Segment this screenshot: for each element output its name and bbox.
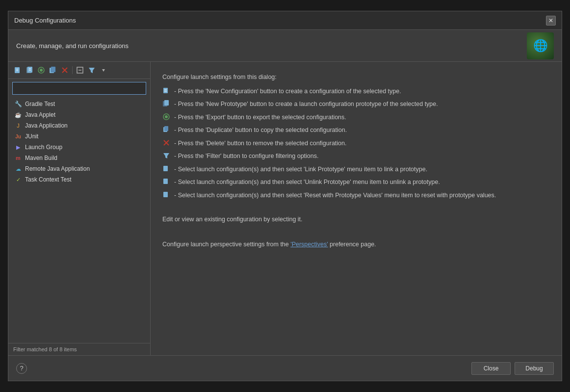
search-input[interactable] bbox=[12, 82, 146, 95]
new-config-button[interactable] bbox=[12, 65, 23, 76]
export-button[interactable] bbox=[36, 65, 47, 76]
tree-item-gradle-test[interactable]: 🔧 Gradle Test bbox=[8, 99, 150, 109]
bottom-bar: ? Close Debug bbox=[8, 355, 562, 381]
filter-button[interactable] bbox=[86, 65, 97, 76]
duplicate-instr-icon bbox=[162, 126, 170, 133]
filter-dropdown-button[interactable] bbox=[98, 65, 109, 76]
task-context-label: Task Context Test bbox=[25, 176, 72, 183]
remote-java-label: Remote Java Application bbox=[25, 165, 90, 172]
junit-icon: Ju bbox=[14, 132, 22, 140]
new-proto-instr-icon bbox=[162, 100, 170, 107]
left-panel: 🔧 Gradle Test ☕ Java Applet J Java Appli… bbox=[8, 62, 151, 355]
reset-proto-icon bbox=[162, 191, 170, 199]
svg-point-8 bbox=[40, 69, 43, 72]
svg-rect-10 bbox=[51, 67, 55, 72]
edit-view-text: Edit or view an existing configuration b… bbox=[162, 214, 550, 225]
instruction-unlink-proto: - Select launch configuration(s) and the… bbox=[162, 177, 550, 188]
instructions-intro: Configure launch settings from this dial… bbox=[162, 72, 550, 83]
new-config-instr-icon bbox=[162, 87, 170, 95]
delete-instr-icon bbox=[162, 139, 170, 147]
java-application-label: Java Application bbox=[25, 122, 68, 129]
perspective-text: Configure launch perspective settings fr… bbox=[162, 239, 550, 250]
new-proto-instr-text: - Press the 'New Prototype' button to cr… bbox=[174, 99, 438, 110]
tree-item-java-application[interactable]: J Java Application bbox=[8, 120, 150, 131]
toolbar-separator bbox=[72, 66, 73, 74]
bottom-buttons: Close Debug bbox=[471, 362, 554, 375]
link-proto-icon bbox=[162, 165, 170, 173]
filter-instr-icon bbox=[162, 152, 170, 159]
instruction-duplicate: - Press the 'Duplicate' button to copy t… bbox=[162, 125, 550, 136]
java-applet-label: Java Applet bbox=[25, 111, 55, 118]
svg-rect-0 bbox=[15, 67, 20, 73]
duplicate-button[interactable] bbox=[48, 65, 58, 76]
tree-list: 🔧 Gradle Test ☕ Java Applet J Java Appli… bbox=[8, 98, 150, 343]
perspective-suffix: preference page. bbox=[328, 241, 376, 248]
new-config-instr-text: - Press the 'New Configuration' button t… bbox=[174, 86, 401, 97]
svg-rect-21 bbox=[164, 100, 169, 105]
perspectives-link[interactable]: 'Perspectives' bbox=[290, 241, 328, 248]
filter-status: Filter matched 8 of 8 items bbox=[8, 343, 150, 355]
eclipse-logo: 🌐 bbox=[527, 32, 554, 59]
unlink-proto-icon bbox=[162, 178, 170, 185]
gradle-test-label: Gradle Test bbox=[25, 101, 55, 107]
tree-item-maven-build[interactable]: m Maven Build bbox=[8, 153, 150, 163]
svg-rect-31 bbox=[163, 192, 168, 197]
svg-rect-30 bbox=[163, 179, 168, 184]
tree-item-launch-group[interactable]: ▶ Launch Group bbox=[8, 142, 150, 153]
export-instr-icon bbox=[162, 113, 170, 121]
dialog-title: Debug Configurations bbox=[14, 17, 76, 24]
gradle-test-icon: 🔧 bbox=[14, 100, 22, 108]
svg-marker-28 bbox=[163, 153, 169, 158]
svg-rect-17 bbox=[163, 88, 168, 93]
export-instr-text: - Press the 'Export' button to export th… bbox=[174, 112, 346, 123]
svg-marker-16 bbox=[102, 69, 105, 72]
filter-status-text: Filter matched 8 of 8 items bbox=[13, 346, 77, 352]
collapse-button[interactable] bbox=[75, 65, 85, 76]
remote-java-icon: ☁ bbox=[14, 165, 22, 173]
tree-item-task-context[interactable]: ✓ Task Context Test bbox=[8, 174, 150, 185]
duplicate-instr-text: - Press the 'Duplicate' button to copy t… bbox=[174, 125, 347, 136]
reset-proto-text: - Select launch configuration(s) and the… bbox=[174, 190, 496, 201]
java-application-icon: J bbox=[14, 122, 22, 130]
title-bar: Debug Configurations ✕ bbox=[8, 11, 562, 30]
svg-marker-15 bbox=[89, 68, 95, 73]
instruction-new-config: - Press the 'New Configuration' button t… bbox=[162, 86, 550, 97]
instruction-reset-proto: - Select launch configuration(s) and the… bbox=[162, 190, 550, 201]
help-button[interactable]: ? bbox=[16, 363, 27, 374]
delete-button[interactable] bbox=[59, 65, 70, 76]
debug-configurations-dialog: Debug Configurations ✕ Create, manage, a… bbox=[8, 11, 562, 381]
right-panel: Configure launch settings from this dial… bbox=[151, 62, 562, 355]
toolbar bbox=[8, 62, 150, 79]
header-text: Create, manage, and run configurations bbox=[16, 42, 129, 50]
new-proto-button[interactable] bbox=[24, 65, 35, 76]
delete-instr-text: - Press the 'Delete' button to remove th… bbox=[174, 138, 347, 149]
header-area: Create, manage, and run configurations 🌐 bbox=[8, 30, 562, 62]
close-button[interactable]: Close bbox=[471, 362, 511, 375]
launch-group-icon: ▶ bbox=[14, 143, 22, 151]
perspective-prefix: Configure launch perspective settings fr… bbox=[162, 241, 290, 248]
task-context-icon: ✓ bbox=[14, 176, 22, 183]
maven-build-icon: m bbox=[14, 154, 22, 162]
link-proto-text: - Select launch configuration(s) and the… bbox=[174, 164, 427, 175]
unlink-proto-text: - Select launch configuration(s) and the… bbox=[174, 177, 440, 188]
svg-point-23 bbox=[165, 115, 168, 118]
junit-label: JUnit bbox=[25, 133, 38, 140]
launch-group-label: Launch Group bbox=[25, 144, 62, 151]
svg-rect-25 bbox=[164, 126, 168, 131]
title-close-button[interactable]: ✕ bbox=[546, 16, 556, 26]
main-content: 🔧 Gradle Test ☕ Java Applet J Java Appli… bbox=[8, 62, 562, 355]
tree-item-java-applet[interactable]: ☕ Java Applet bbox=[8, 109, 150, 120]
instruction-new-proto: - Press the 'New Prototype' button to cr… bbox=[162, 99, 550, 110]
tree-item-remote-java[interactable]: ☁ Remote Java Application bbox=[8, 163, 150, 174]
maven-build-label: Maven Build bbox=[25, 155, 57, 161]
debug-button[interactable]: Debug bbox=[515, 362, 554, 375]
instruction-export: - Press the 'Export' button to export th… bbox=[162, 112, 550, 123]
svg-rect-29 bbox=[163, 166, 168, 171]
svg-rect-4 bbox=[27, 67, 32, 73]
java-applet-icon: ☕ bbox=[14, 111, 22, 119]
instruction-link-proto: - Select launch configuration(s) and the… bbox=[162, 164, 550, 175]
instruction-filter: - Press the 'Filter' button to configure… bbox=[162, 151, 550, 162]
instruction-delete: - Press the 'Delete' button to remove th… bbox=[162, 138, 550, 149]
filter-instr-text: - Press the 'Filter' button to configure… bbox=[174, 151, 319, 162]
tree-item-junit[interactable]: Ju JUnit bbox=[8, 131, 150, 142]
